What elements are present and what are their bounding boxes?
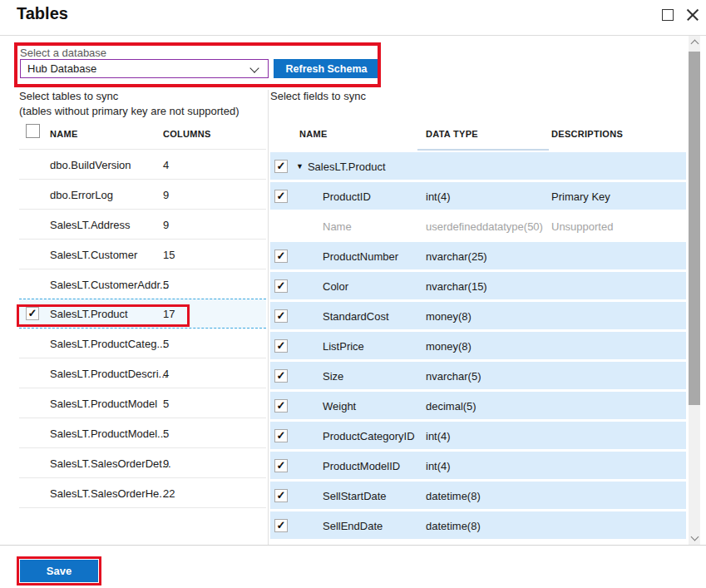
table-row[interactable]: dbo.ErrorLog9 [19,180,266,210]
fields-panel-title: Select fields to sync [270,90,366,102]
table-columns-count: 5 [163,397,169,409]
checkmark-icon[interactable]: ✓ [274,250,288,263]
field-row[interactable]: ✓SellEndDatedatetime(8) [270,511,686,541]
field-row[interactable]: ✓ProductNumbernvarchar(25) [270,242,686,272]
checkmark-icon[interactable]: ✓ [274,279,288,293]
table-row[interactable]: ✓SalesLT.Product17 [19,299,266,329]
field-row[interactable]: ✓▼SalesLT.Product [270,152,686,182]
table-row[interactable]: SalesLT.ProductCateg...5 [19,329,266,358]
checkmark-icon[interactable]: ✓ [274,399,288,413]
field-row[interactable]: ✓ProductModelIDint(4) [270,452,686,482]
table-columns-count: 9 [163,188,169,200]
field-datatype: datetime(8) [426,489,481,502]
field-row[interactable]: ✓StandardCostmoney(8) [270,302,686,332]
table-name: SalesLT.ProductDescri... [50,367,167,379]
table-name: dbo.ErrorLog [50,188,113,200]
table-name: SalesLT.SalesOrderDet... [50,457,171,469]
table-columns-count: 17 [163,308,175,320]
checkmark-icon[interactable]: ✓ [274,190,288,203]
table-columns-count: 5 [163,278,169,290]
group-label[interactable]: ▼SalesLT.Product [296,160,386,172]
table-columns-count: 22 [163,487,175,499]
field-name: SellEndDate [323,519,383,531]
table-columns-count: 15 [163,248,175,260]
fields-column-header-datatype: DATA TYPE [426,129,478,139]
field-row[interactable]: ✓Sizenvarchar(5) [270,362,686,392]
field-row[interactable]: Nameuserdefineddatatype(50)Unsupported [270,212,686,242]
field-datatype: int(4) [426,190,451,202]
field-row[interactable]: ✓SellStartDatedatetime(8) [270,482,686,511]
tables-panel-title-line1: Select tables to sync [19,89,239,104]
table-row[interactable]: dbo.BuildVersion4 [19,150,266,180]
table-name: SalesLT.Address [50,218,131,230]
table-row[interactable]: SalesLT.ProductModel...5 [19,418,266,448]
field-name: ProductNumber [323,250,398,262]
field-datatype: nvarchar(5) [426,369,481,382]
table-row[interactable]: SalesLT.SalesOrderHe...22 [19,478,266,508]
checkmark-icon[interactable]: ✓ [26,307,39,320]
database-select-value: Hub Database [27,62,96,75]
table-name: SalesLT.SalesOrderHe... [50,487,168,499]
table-row[interactable]: SalesLT.ProductDescri...4 [19,358,266,388]
tables-column-header-columns: COLUMNS [163,129,211,139]
field-description: Primary Key [551,190,610,202]
database-select-label: Select a database [20,47,106,59]
table-row[interactable]: SalesLT.Address9 [19,210,266,240]
chevron-down-icon [249,63,259,72]
table-row[interactable]: SalesLT.CustomerAddr...5 [19,269,266,299]
database-select[interactable]: Hub Database [20,59,269,78]
field-row[interactable]: ✓Colornvarchar(15) [270,272,686,302]
table-columns-count: 5 [163,427,169,439]
table-name: SalesLT.Product [50,308,128,320]
select-all-tables-checkbox[interactable] [26,124,40,138]
field-name: StandardCost [323,309,389,322]
field-name: SellStartDate [323,489,387,502]
table-row[interactable]: SalesLT.Customer15 [19,240,266,269]
checkmark-icon[interactable]: ✓ [274,519,288,532]
table-name: SalesLT.ProductModel... [50,427,166,439]
checkmark-icon[interactable]: ✓ [274,489,288,502]
close-icon[interactable] [686,8,699,22]
field-datatype: nvarchar(25) [426,250,487,262]
checkmark-icon[interactable]: ✓ [274,459,288,472]
titlebar-divider [0,35,706,36]
horizontal-scrollbar[interactable] [417,149,549,151]
refresh-schema-button[interactable]: Refresh Schema [274,59,379,78]
tables-panel-title-line2: (tables without primary key are not supp… [19,104,239,119]
field-name: Size [323,369,343,382]
table-row[interactable]: SalesLT.ProductModel5 [19,388,266,418]
fields-column-header-name: NAME [299,129,328,139]
field-row[interactable]: ✓ProductIDint(4)Primary Key [270,182,686,212]
chevron-down-icon[interactable] [690,533,699,541]
field-row[interactable]: ✓ProductCategoryIDint(4) [270,422,686,452]
table-row[interactable]: SalesLT.SalesOrderDet...9 [19,448,266,478]
checkmark-icon[interactable]: ✓ [274,160,288,173]
vertical-scrollbar[interactable] [689,36,700,545]
checkmark-icon[interactable]: ✓ [274,429,288,442]
field-row[interactable]: ✓ListPricemoney(8) [270,332,686,362]
table-name: SalesLT.Customer [50,248,137,260]
field-datatype: int(4) [426,429,451,442]
field-name: ProductID [323,190,371,202]
field-name: Name [323,220,352,232]
checkmark-icon[interactable]: ✓ [274,309,288,323]
tables-panel-title: Select tables to sync (tables without pr… [19,89,239,119]
field-name: ListPrice [323,339,364,352]
field-description: Unsupported [551,220,613,232]
table-name: SalesLT.ProductCateg... [50,337,165,349]
save-button[interactable]: Save [20,560,98,582]
restore-icon[interactable] [662,9,674,21]
chevron-up-icon[interactable] [690,40,699,48]
table-columns-count: 4 [163,158,169,170]
page-title: Tables [17,4,68,23]
field-row[interactable]: ✓Weightdecimal(5) [270,392,686,422]
footer-divider [0,545,706,546]
panel-divider [268,90,269,545]
field-datatype: userdefineddatatype(50) [426,220,543,232]
checkmark-icon[interactable]: ✓ [274,339,288,353]
field-name: ProductModelID [323,459,400,472]
checkmark-icon[interactable]: ✓ [274,369,288,383]
table-columns-count: 9 [163,218,169,230]
triangle-down-icon[interactable]: ▼ [296,162,304,170]
scrollbar-thumb[interactable] [689,52,700,405]
